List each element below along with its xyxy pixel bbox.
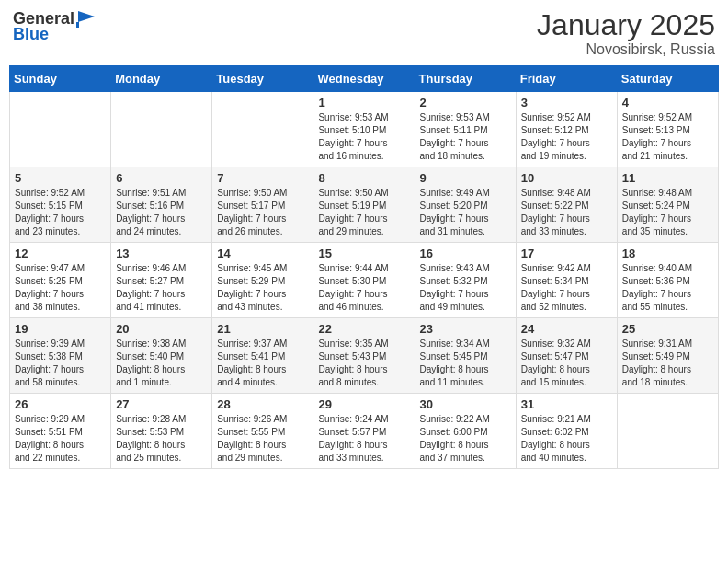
calendar-day-16: 16Sunrise: 9:43 AM Sunset: 5:32 PM Dayli… <box>415 243 516 318</box>
calendar-table: SundayMondayTuesdayWednesdayThursdayFrid… <box>9 65 719 469</box>
calendar-day-17: 17Sunrise: 9:42 AM Sunset: 5:34 PM Dayli… <box>516 243 617 318</box>
weekday-header-thursday: Thursday <box>415 66 516 92</box>
day-number: 21 <box>217 322 308 336</box>
day-info: Sunrise: 9:52 AM Sunset: 5:13 PM Dayligh… <box>622 111 713 163</box>
calendar-day-19: 19Sunrise: 9:39 AM Sunset: 5:38 PM Dayli… <box>10 318 111 394</box>
day-info: Sunrise: 9:24 AM Sunset: 5:57 PM Dayligh… <box>318 413 409 465</box>
day-number: 6 <box>116 171 207 185</box>
calendar-day-22: 22Sunrise: 9:35 AM Sunset: 5:43 PM Dayli… <box>313 318 415 394</box>
day-number: 19 <box>15 322 106 336</box>
calendar-day-7: 7Sunrise: 9:50 AM Sunset: 5:17 PM Daylig… <box>212 167 313 243</box>
logo-flag-icon <box>76 11 97 28</box>
day-number: 15 <box>318 247 409 260</box>
calendar-day-31: 31Sunrise: 9:21 AM Sunset: 6:02 PM Dayli… <box>516 394 617 469</box>
weekday-header-row: SundayMondayTuesdayWednesdayThursdayFrid… <box>10 66 719 92</box>
empty-day-cell <box>212 92 313 167</box>
day-info: Sunrise: 9:47 AM Sunset: 5:25 PM Dayligh… <box>15 262 106 314</box>
page-header: General Blue January 2025 Novosibirsk, R… <box>9 9 719 58</box>
calendar-week-row: 5Sunrise: 9:52 AM Sunset: 5:15 PM Daylig… <box>10 167 719 243</box>
calendar-day-23: 23Sunrise: 9:34 AM Sunset: 5:45 PM Dayli… <box>415 318 516 394</box>
day-number: 24 <box>521 322 612 336</box>
calendar-day-28: 28Sunrise: 9:26 AM Sunset: 5:55 PM Dayli… <box>212 394 313 469</box>
calendar-day-8: 8Sunrise: 9:50 AM Sunset: 5:19 PM Daylig… <box>313 167 415 243</box>
empty-day-cell <box>617 394 718 469</box>
day-number: 9 <box>420 171 511 185</box>
day-info: Sunrise: 9:42 AM Sunset: 5:34 PM Dayligh… <box>521 262 612 314</box>
day-info: Sunrise: 9:48 AM Sunset: 5:24 PM Dayligh… <box>622 187 713 238</box>
weekday-header-sunday: Sunday <box>10 66 111 92</box>
calendar-day-9: 9Sunrise: 9:49 AM Sunset: 5:20 PM Daylig… <box>415 167 516 243</box>
day-number: 5 <box>15 171 106 185</box>
day-info: Sunrise: 9:21 AM Sunset: 6:02 PM Dayligh… <box>521 413 612 465</box>
day-number: 30 <box>420 397 511 411</box>
day-info: Sunrise: 9:50 AM Sunset: 5:17 PM Dayligh… <box>217 187 308 238</box>
day-number: 28 <box>217 397 308 411</box>
day-info: Sunrise: 9:37 AM Sunset: 5:41 PM Dayligh… <box>217 338 308 389</box>
day-number: 22 <box>318 322 409 336</box>
weekday-header-saturday: Saturday <box>617 66 718 92</box>
day-number: 14 <box>217 247 308 260</box>
logo: General Blue <box>13 9 97 44</box>
calendar-day-11: 11Sunrise: 9:48 AM Sunset: 5:24 PM Dayli… <box>617 167 718 243</box>
weekday-header-wednesday: Wednesday <box>313 66 415 92</box>
day-number: 12 <box>15 247 106 260</box>
svg-rect-1 <box>76 22 79 28</box>
calendar-day-10: 10Sunrise: 9:48 AM Sunset: 5:22 PM Dayli… <box>516 167 617 243</box>
day-number: 10 <box>521 171 612 185</box>
day-info: Sunrise: 9:53 AM Sunset: 5:10 PM Dayligh… <box>318 111 409 163</box>
day-number: 2 <box>420 96 511 109</box>
day-info: Sunrise: 9:43 AM Sunset: 5:32 PM Dayligh… <box>420 262 511 314</box>
day-number: 17 <box>521 247 612 260</box>
calendar-day-5: 5Sunrise: 9:52 AM Sunset: 5:15 PM Daylig… <box>10 167 111 243</box>
location-title: Novosibirsk, Russia <box>537 41 715 58</box>
day-info: Sunrise: 9:52 AM Sunset: 5:15 PM Dayligh… <box>15 187 106 238</box>
calendar-day-27: 27Sunrise: 9:28 AM Sunset: 5:53 PM Dayli… <box>111 394 212 469</box>
calendar-day-24: 24Sunrise: 9:32 AM Sunset: 5:47 PM Dayli… <box>516 318 617 394</box>
day-number: 16 <box>420 247 511 260</box>
day-info: Sunrise: 9:34 AM Sunset: 5:45 PM Dayligh… <box>420 338 511 389</box>
calendar-day-1: 1Sunrise: 9:53 AM Sunset: 5:10 PM Daylig… <box>313 92 415 167</box>
day-info: Sunrise: 9:51 AM Sunset: 5:16 PM Dayligh… <box>116 187 207 238</box>
calendar-day-20: 20Sunrise: 9:38 AM Sunset: 5:40 PM Dayli… <box>111 318 212 394</box>
day-info: Sunrise: 9:32 AM Sunset: 5:47 PM Dayligh… <box>521 338 612 389</box>
calendar-day-18: 18Sunrise: 9:40 AM Sunset: 5:36 PM Dayli… <box>617 243 718 318</box>
day-info: Sunrise: 9:46 AM Sunset: 5:27 PM Dayligh… <box>116 262 207 314</box>
calendar-day-6: 6Sunrise: 9:51 AM Sunset: 5:16 PM Daylig… <box>111 167 212 243</box>
day-info: Sunrise: 9:29 AM Sunset: 5:51 PM Dayligh… <box>15 413 106 465</box>
day-number: 23 <box>420 322 511 336</box>
day-number: 26 <box>15 397 106 411</box>
day-number: 18 <box>622 247 713 260</box>
calendar-day-13: 13Sunrise: 9:46 AM Sunset: 5:27 PM Dayli… <box>111 243 212 318</box>
calendar-day-26: 26Sunrise: 9:29 AM Sunset: 5:51 PM Dayli… <box>10 394 111 469</box>
day-number: 1 <box>318 96 409 109</box>
day-info: Sunrise: 9:35 AM Sunset: 5:43 PM Dayligh… <box>318 338 409 389</box>
empty-day-cell <box>111 92 212 167</box>
calendar-day-30: 30Sunrise: 9:22 AM Sunset: 6:00 PM Dayli… <box>415 394 516 469</box>
day-info: Sunrise: 9:45 AM Sunset: 5:29 PM Dayligh… <box>217 262 308 314</box>
day-number: 29 <box>318 397 409 411</box>
day-info: Sunrise: 9:49 AM Sunset: 5:20 PM Dayligh… <box>420 187 511 238</box>
calendar-day-2: 2Sunrise: 9:53 AM Sunset: 5:11 PM Daylig… <box>415 92 516 167</box>
month-title: January 2025 <box>537 9 715 41</box>
calendar-day-14: 14Sunrise: 9:45 AM Sunset: 5:29 PM Dayli… <box>212 243 313 318</box>
day-number: 27 <box>116 397 207 411</box>
day-info: Sunrise: 9:22 AM Sunset: 6:00 PM Dayligh… <box>420 413 511 465</box>
day-info: Sunrise: 9:44 AM Sunset: 5:30 PM Dayligh… <box>318 262 409 314</box>
calendar-week-row: 19Sunrise: 9:39 AM Sunset: 5:38 PM Dayli… <box>10 318 719 394</box>
day-number: 7 <box>217 171 308 185</box>
day-info: Sunrise: 9:40 AM Sunset: 5:36 PM Dayligh… <box>622 262 713 314</box>
weekday-header-monday: Monday <box>111 66 212 92</box>
logo-blue: Blue <box>13 25 49 44</box>
calendar-day-15: 15Sunrise: 9:44 AM Sunset: 5:30 PM Dayli… <box>313 243 415 318</box>
day-info: Sunrise: 9:50 AM Sunset: 5:19 PM Dayligh… <box>318 187 409 238</box>
title-section: January 2025 Novosibirsk, Russia <box>537 9 715 58</box>
calendar-day-29: 29Sunrise: 9:24 AM Sunset: 5:57 PM Dayli… <box>313 394 415 469</box>
day-number: 11 <box>622 171 713 185</box>
day-info: Sunrise: 9:26 AM Sunset: 5:55 PM Dayligh… <box>217 413 308 465</box>
calendar-day-3: 3Sunrise: 9:52 AM Sunset: 5:12 PM Daylig… <box>516 92 617 167</box>
calendar-day-4: 4Sunrise: 9:52 AM Sunset: 5:13 PM Daylig… <box>617 92 718 167</box>
day-info: Sunrise: 9:28 AM Sunset: 5:53 PM Dayligh… <box>116 413 207 465</box>
weekday-header-friday: Friday <box>516 66 617 92</box>
day-info: Sunrise: 9:38 AM Sunset: 5:40 PM Dayligh… <box>116 338 207 389</box>
weekday-header-tuesday: Tuesday <box>212 66 313 92</box>
